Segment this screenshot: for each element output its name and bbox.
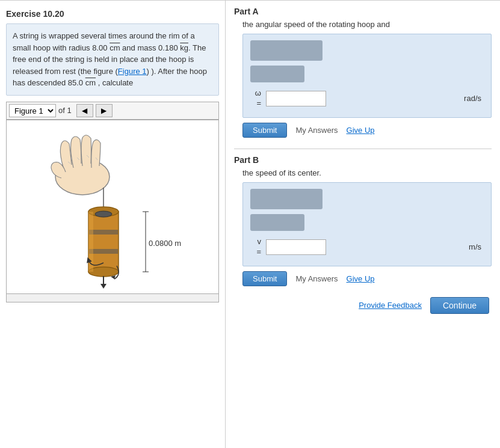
part-b-action-row: Submit My Answers Give Up [242, 271, 492, 286]
svg-rect-11 [89, 249, 118, 254]
part-a-block-1 [250, 40, 323, 61]
part-a-unit: rad/s [464, 94, 484, 103]
svg-rect-12 [88, 212, 93, 272]
part-a-input-row: ω= rad/s [250, 88, 484, 109]
part-a-action-row: Submit My Answers Give Up [242, 123, 492, 138]
part-a-my-answers: My Answers [295, 126, 338, 135]
part-b-block-1 [250, 189, 323, 209]
svg-marker-15 [100, 284, 106, 289]
svg-text:0.0800 m: 0.0800 m [149, 239, 181, 248]
part-b-unit: m/s [469, 242, 484, 251]
bottom-row: Provide Feedback Continue [234, 297, 492, 314]
right-panel: Part A the angular speed of the rotating… [226, 1, 500, 448]
problem-text: A string is wrapped several times around… [6, 23, 219, 96]
part-a-description: the angular speed of the rotating hoop a… [234, 20, 492, 29]
figure-prev-button[interactable]: ◀ [76, 104, 93, 117]
part-a-label: Part A [234, 7, 492, 16]
part-a-var-label: ω= [250, 88, 261, 109]
part-a-submit-button[interactable]: Submit [242, 123, 287, 138]
figure-scrollbar[interactable] [6, 294, 219, 302]
part-a-placeholder-blocks [250, 40, 484, 82]
exercise-title: Exercise 10.20 [0, 7, 225, 23]
parts-divider [234, 149, 492, 149]
part-b-give-up-link[interactable]: Give Up [347, 274, 375, 283]
svg-point-9 [95, 211, 112, 217]
left-panel: Exercise 10.20 A string is wrapped sever… [0, 1, 226, 448]
figure-svg: 0.0800 m [10, 123, 215, 291]
part-b-section: Part B the speed of its center. v= m/s S… [234, 155, 492, 286]
part-a-section: Part A the angular speed of the rotating… [234, 7, 492, 138]
provide-feedback-link[interactable]: Provide Feedback [359, 301, 422, 310]
part-b-block-2 [250, 214, 304, 231]
continue-button[interactable]: Continue [430, 297, 489, 314]
part-b-description: the speed of its center. [234, 168, 492, 177]
part-b-var-label: v= [250, 237, 261, 257]
part-b-input[interactable] [266, 239, 326, 255]
figure-next-button[interactable]: ▶ [96, 104, 113, 117]
part-a-block-2 [250, 66, 304, 82]
figure-of-label: of 1 [58, 106, 72, 115]
part-b-answer-box: v= m/s [242, 182, 492, 266]
part-a-answer-box: ω= rad/s [242, 34, 492, 118]
part-b-placeholder-blocks [250, 189, 484, 231]
part-b-submit-button[interactable]: Submit [242, 271, 287, 286]
part-b-my-answers: My Answers [295, 274, 338, 283]
figure-link[interactable]: Figure 1 [118, 67, 147, 76]
svg-rect-10 [89, 230, 118, 235]
part-a-give-up-link[interactable]: Give Up [347, 126, 375, 135]
figure-nav: Figure 1 of 1 ◀ ▶ [6, 102, 219, 120]
figure-image: 0.0800 m [6, 120, 219, 294]
part-b-input-row: v= m/s [250, 237, 484, 257]
part-a-input[interactable] [266, 91, 326, 106]
part-b-label: Part B [234, 155, 492, 165]
figure-select[interactable]: Figure 1 [9, 104, 56, 117]
